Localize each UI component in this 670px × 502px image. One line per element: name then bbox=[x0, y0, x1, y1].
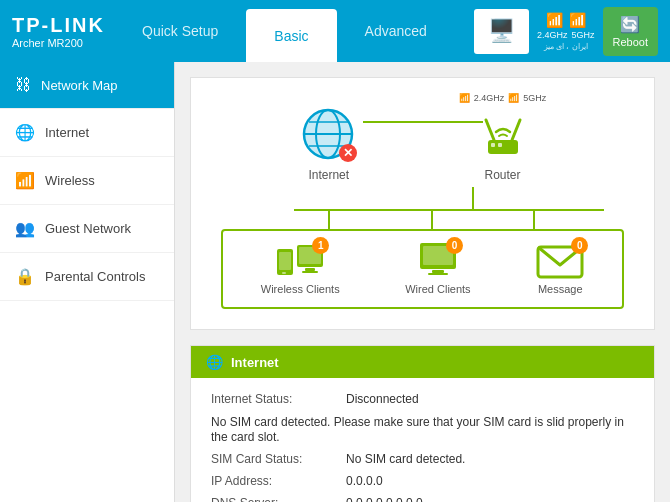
sim-status-value: No SIM card detected. bbox=[346, 452, 465, 466]
internet-node: ✕ Internet bbox=[299, 104, 359, 182]
parental-controls-icon: 🔒 bbox=[15, 267, 35, 286]
header: TP-LINK Archer MR200 Quick Setup Basic A… bbox=[0, 0, 670, 62]
svg-line-10 bbox=[486, 120, 494, 140]
svg-rect-9 bbox=[498, 143, 502, 147]
wireless-clients-label: Wireless Clients bbox=[261, 283, 340, 295]
signal-5-icon: 📶 bbox=[569, 12, 586, 28]
sidebar-item-guest-network[interactable]: 👥 Guest Network bbox=[0, 205, 174, 253]
dns-value: 0.0.0.0 0.0.0.0 bbox=[346, 496, 423, 502]
content-area: ✕ Internet 📶2.4GHz 📶5GHz bbox=[175, 62, 670, 502]
reboot-icon: 🔄 bbox=[620, 15, 640, 34]
tab-quick-setup[interactable]: Quick Setup bbox=[114, 0, 246, 62]
reboot-button[interactable]: 🔄 Reboot bbox=[603, 7, 658, 56]
sidebar-item-parental-controls[interactable]: 🔒 Parental Controls bbox=[0, 253, 174, 301]
internet-status-icon: 🌐 bbox=[206, 354, 223, 370]
ip-address-row: IP Address: 0.0.0.0 bbox=[211, 470, 634, 492]
svg-rect-14 bbox=[282, 272, 286, 274]
svg-rect-13 bbox=[279, 252, 291, 270]
network-diagram: ✕ Internet 📶2.4GHz 📶5GHz bbox=[190, 77, 655, 330]
ip-value: 0.0.0.0 bbox=[346, 474, 383, 488]
internet-error-badge: ✕ bbox=[339, 144, 357, 162]
status-row: Internet Status: Disconnected bbox=[211, 388, 634, 410]
main-layout: ⛓ Network Map 🌐 Internet 📶 Wireless 👥 Gu… bbox=[0, 62, 670, 502]
signal-24-icon: 📶 bbox=[546, 12, 563, 28]
signal-info: 📶 📶 2.4GHz 5GHz ایران ، ای میز bbox=[537, 12, 595, 51]
sidebar-item-wireless[interactable]: 📶 Wireless bbox=[0, 157, 174, 205]
svg-rect-17 bbox=[305, 268, 315, 271]
ip-label: IP Address: bbox=[211, 474, 346, 488]
wired-clients-node: 0 Wired Clients bbox=[405, 241, 470, 295]
router-node: 📶2.4GHz 📶5GHz bbox=[459, 93, 547, 182]
svg-rect-8 bbox=[491, 143, 495, 147]
device-preview: 🖥️ bbox=[474, 9, 529, 54]
internet-status-body: Internet Status: Disconnected No SIM car… bbox=[191, 378, 654, 502]
message-badge: 0 bbox=[571, 237, 588, 254]
message-node: 0 Message bbox=[536, 241, 584, 295]
tab-advanced[interactable]: Advanced bbox=[337, 0, 455, 62]
router-node-label: Router bbox=[484, 168, 520, 182]
logo: TP-LINK Archer MR200 bbox=[12, 14, 105, 49]
sidebar-item-network-map[interactable]: ⛓ Network Map bbox=[0, 62, 174, 109]
tab-basic[interactable]: Basic bbox=[246, 9, 336, 62]
wireless-clients-node: 1 Wireless Clients bbox=[261, 241, 340, 295]
wired-clients-label: Wired Clients bbox=[405, 283, 470, 295]
wired-clients-badge: 0 bbox=[446, 237, 463, 254]
network-map-icon: ⛓ bbox=[15, 76, 31, 94]
svg-rect-22 bbox=[428, 273, 448, 275]
svg-rect-21 bbox=[432, 270, 444, 273]
sim-note: No SIM card detected. Please make sure t… bbox=[211, 415, 624, 444]
sim-status-label: SIM Card Status: bbox=[211, 452, 346, 466]
svg-line-11 bbox=[512, 120, 520, 140]
guest-network-icon: 👥 bbox=[15, 219, 35, 238]
internet-status-section: 🌐 Internet Internet Status: Disconnected… bbox=[190, 345, 655, 502]
sidebar-item-internet[interactable]: 🌐 Internet bbox=[0, 109, 174, 157]
internet-status-header: 🌐 Internet bbox=[191, 346, 654, 378]
status-value: Disconnected bbox=[346, 392, 419, 406]
dns-label: DNS Server: bbox=[211, 496, 346, 502]
header-right: 🖥️ 📶 📶 2.4GHz 5GHz ایران ، ای میز 🔄 Rebo… bbox=[474, 7, 658, 56]
message-label: Message bbox=[538, 283, 583, 295]
router-icon bbox=[478, 112, 528, 162]
sidebar: ⛓ Network Map 🌐 Internet 📶 Wireless 👥 Gu… bbox=[0, 62, 175, 502]
wireless-clients-badge: 1 bbox=[312, 237, 329, 254]
internet-icon: 🌐 bbox=[15, 123, 35, 142]
svg-rect-18 bbox=[302, 271, 318, 273]
wireless-icon: 📶 bbox=[15, 171, 35, 190]
sim-status-row: SIM Card Status: No SIM card detected. bbox=[211, 448, 634, 470]
sim-note-row: No SIM card detected. Please make sure t… bbox=[211, 410, 634, 448]
dns-row: DNS Server: 0.0.0.0 0.0.0.0 bbox=[211, 492, 634, 502]
status-label: Internet Status: bbox=[211, 392, 346, 406]
internet-node-label: Internet bbox=[308, 168, 349, 182]
nav-tabs: Quick Setup Basic Advanced bbox=[105, 0, 464, 62]
